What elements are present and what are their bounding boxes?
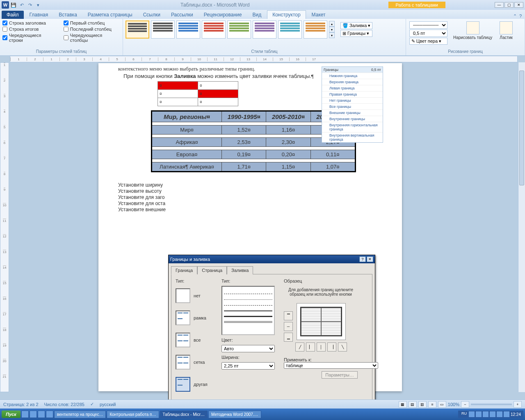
taskbar-item[interactable]: Методичка Word 2007.… [208, 411, 261, 418]
tray-icon[interactable] [497, 411, 502, 417]
preview-box[interactable] [297, 303, 346, 340]
quicklaunch-icon[interactable] [30, 411, 37, 418]
quicklaunch-icon[interactable] [38, 411, 45, 418]
tab-insert[interactable]: Вставка [54, 11, 82, 19]
ribbon-minimize-icon[interactable]: ⌃ [513, 14, 517, 19]
tab-mailings[interactable]: Рассылки [166, 11, 198, 19]
eraser-button[interactable]: Ластик [497, 21, 515, 41]
zoom-in-icon[interactable]: + [514, 401, 522, 408]
tab-references[interactable]: Ссылки [138, 11, 165, 19]
tray-icon[interactable] [483, 411, 488, 417]
quicklaunch-icon[interactable] [46, 411, 53, 418]
zoom-slider[interactable] [471, 404, 512, 405]
tray-icon[interactable] [490, 411, 495, 417]
dlg-tab-shading[interactable]: Заливка [227, 266, 253, 274]
qat-undo-icon[interactable]: ↶ [18, 1, 25, 9]
tray-icon[interactable] [469, 411, 475, 417]
table-style-gallery[interactable]: ▴ ▾ ▾ 🪣 Заливка ▾ ⊞ Границы ▾ [126, 21, 403, 39]
pen-color-button[interactable]: ✎ Цвет пера ▾ [409, 38, 447, 45]
style-thumb-1[interactable] [126, 21, 149, 39]
vertical-ruler[interactable]: 123456789101112131415161718192021 [0, 62, 9, 392]
help-icon[interactable]: ? [519, 14, 522, 19]
draw-table-button[interactable]: Нарисовать таблицу [451, 21, 495, 41]
chk-banded-rows[interactable]: Чередующиеся строки [2, 33, 55, 43]
preview-hmid-border-icon[interactable]: ─ [284, 322, 293, 331]
status-page[interactable]: Страница: 2 из 2 [3, 402, 39, 407]
style-thumb-4[interactable] [202, 21, 226, 39]
type-all[interactable]: все [176, 333, 217, 347]
tray-icon[interactable] [476, 411, 482, 417]
tab-page-layout[interactable]: Разметка страницы [83, 11, 137, 19]
style-thumb-6[interactable] [253, 21, 276, 39]
quicklaunch-icon[interactable] [21, 411, 29, 418]
type-grid[interactable]: сетка [176, 355, 217, 370]
start-button[interactable]: Пуск [2, 411, 21, 418]
style-thumb-7[interactable] [278, 21, 302, 39]
type-box[interactable]: рамка [176, 310, 217, 325]
dialog-help-icon[interactable]: ? [359, 256, 366, 262]
zoom-out-icon[interactable]: − [461, 401, 469, 408]
tab-file[interactable]: Файл [2, 11, 24, 19]
tab-table-design[interactable]: Конструктор [267, 10, 306, 19]
view-web-icon[interactable]: ▥ [418, 401, 427, 408]
tray-icon[interactable] [504, 411, 509, 417]
qat-save-icon[interactable]: 💾 [10, 1, 17, 9]
sample-small-table[interactable]: ¤¤ ¤¤ ¤¤ [158, 81, 238, 106]
vertical-scrollbar[interactable] [518, 62, 525, 392]
apply-to-select[interactable]: таблице [284, 362, 378, 369]
view-print-layout-icon[interactable]: ▦ [399, 401, 407, 408]
horizontal-ruler[interactable]: 121234567891011121314151617 [10, 56, 518, 62]
color-select[interactable]: Авто [221, 345, 275, 352]
borders-button[interactable]: ⊞ Границы ▾ [340, 30, 372, 37]
params-button[interactable]: Параметры… [322, 371, 358, 379]
gallery-more-icon[interactable]: ▾ [329, 32, 335, 38]
taskbar-item-active[interactable]: Таблицы.docx - Micr… [160, 411, 208, 418]
taskbar-item[interactable]: Контрольная работа п… [107, 411, 159, 418]
style-thumb-3[interactable] [176, 21, 200, 39]
preview-diag2-icon[interactable]: ╲ [338, 342, 347, 352]
dlg-tab-page[interactable]: Страница [197, 266, 227, 274]
chk-total-row[interactable]: Строка итогов [2, 27, 55, 32]
preview-vmid-border-icon[interactable]: │ [317, 342, 326, 352]
chk-header-row[interactable]: Строка заголовка [2, 21, 55, 25]
pen-style-select[interactable]: ──────── [409, 21, 447, 29]
dialog-titlebar[interactable]: Границы и заливка ?✕ [169, 255, 375, 263]
zoom-value[interactable]: 100% [448, 402, 459, 407]
status-proofing-icon[interactable]: ✓ [90, 402, 94, 407]
preview-top-border-icon[interactable]: ▔ [284, 311, 293, 320]
preview-right-border-icon[interactable]: ▕ [327, 342, 336, 352]
type-none[interactable]: нет [176, 288, 217, 303]
status-language[interactable]: русский [100, 402, 116, 407]
chk-banded-cols[interactable]: Чередующиеся столбцы [64, 33, 120, 43]
type-custom[interactable]: другая [176, 377, 217, 392]
gallery-up-icon[interactable]: ▴ [329, 21, 335, 27]
dialog-close-icon[interactable]: ✕ [367, 256, 373, 262]
shading-button[interactable]: 🪣 Заливка ▾ [340, 22, 372, 29]
width-select[interactable]: 2,25 пт [221, 362, 275, 370]
line-style-list[interactable] [221, 286, 275, 335]
dlg-tab-border[interactable]: Граница [171, 266, 197, 274]
tab-view[interactable]: Вид [247, 11, 266, 19]
preview-bottom-border-icon[interactable]: ▁ [284, 333, 293, 342]
view-draft-icon[interactable]: ▭ [438, 401, 446, 408]
style-thumb-8[interactable] [304, 21, 327, 39]
close-button[interactable]: ✕ [514, 2, 523, 8]
tab-review[interactable]: Рецензирование [199, 11, 247, 19]
view-outline-icon[interactable]: ≡ [428, 401, 436, 408]
preview-left-border-icon[interactable]: ▏ [306, 342, 315, 352]
tray-clock[interactable]: 12:24 [511, 412, 521, 417]
qat-more-icon[interactable]: ▾ [34, 1, 42, 9]
style-thumb-5[interactable] [227, 21, 251, 39]
tab-home[interactable]: Главная [25, 11, 53, 19]
chk-first-col[interactable]: Первый столбец [64, 21, 120, 25]
pen-width-select[interactable]: 0,5 пт [409, 30, 447, 37]
taskbar-item[interactable]: вентилятор на процес… [54, 411, 106, 418]
view-fullscreen-icon[interactable]: ▤ [409, 401, 417, 408]
qat-redo-icon[interactable]: ↷ [26, 1, 34, 9]
preview-diag1-icon[interactable]: ╱ [295, 342, 304, 352]
style-thumb-2[interactable] [151, 21, 175, 39]
tab-table-layout[interactable]: Макет [307, 11, 331, 19]
gallery-down-icon[interactable]: ▾ [329, 27, 335, 32]
chk-last-col[interactable]: Последний столбец [64, 27, 120, 32]
tray-lang-icon[interactable]: RU [461, 411, 468, 417]
